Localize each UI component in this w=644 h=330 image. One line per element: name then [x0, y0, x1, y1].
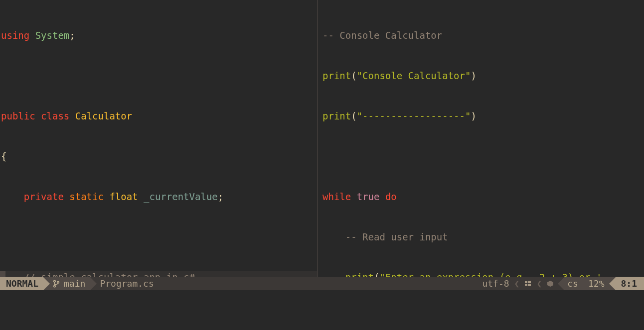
left-pane[interactable]: using System; public class Calculator { … — [0, 0, 317, 277]
ns-system: System — [35, 30, 70, 41]
svg-rect-5 — [525, 284, 527, 286]
mode-indicator: NORMAL — [0, 277, 43, 290]
branch-name: main — [64, 277, 85, 290]
separator-icon: ❮ — [535, 277, 543, 290]
filetype: cs — [564, 277, 583, 290]
statusline: NORMAL main Program.cs utf-8 ❮ ❮ cs 12% … — [0, 277, 644, 290]
windows-icon — [524, 280, 531, 287]
svg-point-2 — [57, 281, 59, 283]
csharp-icon — [547, 280, 554, 287]
class-name: Calculator — [75, 110, 132, 121]
git-branch-icon — [53, 280, 60, 288]
svg-point-0 — [54, 280, 56, 282]
svg-marker-7 — [547, 281, 553, 287]
svg-rect-3 — [525, 281, 527, 283]
separator-icon: ❮ — [513, 277, 521, 290]
encoding-section: utf-8 ❮ ❮ — [478, 277, 558, 290]
svg-rect-6 — [528, 284, 531, 286]
file-encoding: utf-8 — [482, 277, 509, 290]
filename: Program.cs — [97, 277, 159, 290]
kw-public: public — [1, 110, 35, 121]
cursor-line: // simple calculator app in c# — [0, 271, 317, 277]
cursor-position: 8:1 — [616, 277, 644, 290]
right-pane[interactable]: -- Console Calculator print("Console Cal… — [318, 0, 644, 277]
command-area[interactable] — [0, 290, 644, 330]
svg-rect-4 — [528, 281, 531, 283]
kw-using: using — [1, 30, 29, 41]
git-branch: main — [50, 277, 90, 290]
editor-split: using System; public class Calculator { … — [0, 0, 644, 277]
kw-class: class — [41, 110, 69, 121]
svg-point-1 — [54, 285, 56, 287]
comment: // simple calculator app in c# — [24, 272, 195, 277]
scroll-percent: 12% — [583, 277, 610, 290]
